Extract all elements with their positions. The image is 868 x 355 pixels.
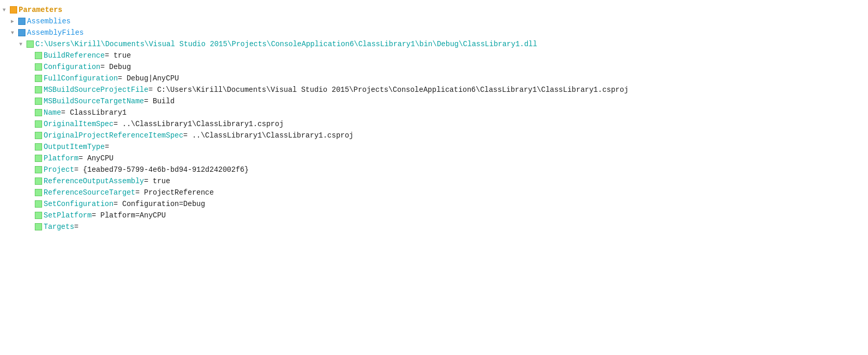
node-icon-light-green: [35, 143, 42, 151]
node-value: = C:\Users\Kirill\Documents\Visual Studi…: [149, 86, 629, 94]
node-label: SetConfiguration: [44, 200, 113, 208]
tree-row-name: Name = ClassLibrary1: [0, 107, 868, 118]
toggle-expanded-icon[interactable]: [0, 6, 8, 14]
node-icon-light-green: [35, 166, 42, 173]
node-value: = true: [144, 177, 170, 185]
node-icon-orange: [10, 6, 17, 13]
node-value: = ..\ClassLibrary1\ClassLibrary1.csproj: [113, 120, 284, 128]
tree-row-originalprojectreferenceitemspec: OriginalProjectReferenceItemSpec = ..\Cl…: [0, 130, 868, 141]
toggle-expanded-icon[interactable]: [8, 29, 17, 37]
node-label: MSBuildSourceProjectFile: [44, 86, 149, 94]
node-label: OriginalProjectReferenceItemSpec: [44, 131, 183, 140]
node-label: FullConfiguration: [44, 74, 118, 83]
node-icon-light-green: [35, 178, 42, 185]
node-label: Name: [44, 108, 61, 117]
node-value: = Platform=AnyCPU: [91, 211, 166, 220]
tree-row-referenceoutputassembly: ReferenceOutputAssembly = true: [0, 175, 868, 187]
node-icon-light-green: [35, 75, 42, 82]
node-icon-blue: [18, 29, 25, 36]
node-icon-light-green: [35, 200, 42, 208]
node-icon-light-green: [35, 223, 42, 230]
node-value: = Configuration=Debug: [113, 200, 205, 208]
node-value: = ..\ClassLibrary1\ClassLibrary1.csproj: [183, 131, 354, 140]
tree-row-msbuildsourcetargetname: MSBuildSourceTargetName = Build: [0, 95, 868, 107]
tree-row-buildreference: BuildReference = true: [0, 50, 868, 61]
node-label: Platform: [44, 154, 78, 162]
node-value: = Debug|AnyCPU: [118, 74, 179, 83]
node-label: AssemblyFiles: [27, 29, 84, 37]
tree-row-fullconfiguration: FullConfiguration = Debug|AnyCPU: [0, 73, 868, 84]
tree-row-msbuildsourceprojectfile: MSBuildSourceProjectFile = C:\Users\Kiri…: [0, 84, 868, 95]
node-value: = Build: [144, 97, 175, 105]
node-icon-light-green: [35, 132, 42, 139]
tree-row-setconfiguration: SetConfiguration = Configuration=Debug: [0, 198, 868, 210]
node-icon-blue: [18, 18, 25, 25]
tree-row-targets: Targets =: [0, 221, 868, 233]
node-value: = ClassLibrary1: [61, 108, 127, 117]
tree-row-project: Project = {1eabed79-5799-4e6b-bd94-912d2…: [0, 164, 868, 175]
tree-row-outputitemtype: OutputItemType =: [0, 141, 868, 153]
node-label: ReferenceOutputAssembly: [44, 177, 144, 185]
node-label: Project: [44, 166, 74, 174]
tree-container: ParametersAssembliesAssemblyFilesC:\User…: [0, 0, 868, 237]
node-icon-light-green: [35, 189, 42, 196]
tree-row-assemblyfiles[interactable]: AssemblyFiles: [0, 27, 868, 38]
node-value: = AnyCPU: [78, 154, 113, 162]
toggle-collapsed-icon[interactable]: [8, 17, 17, 25]
node-label: Targets: [44, 223, 74, 231]
node-label: ReferenceSourceTarget: [44, 188, 135, 197]
node-label: BuildReference: [44, 51, 105, 60]
node-icon-light-green: [35, 86, 42, 93]
node-label: Parameters: [19, 6, 62, 14]
node-value: =: [74, 223, 78, 231]
node-icon-light-green: [35, 98, 42, 105]
tree-row-referencesourcetarget: ReferenceSourceTarget = ProjectReference: [0, 187, 868, 198]
node-value: = {1eabed79-5799-4e6b-bd94-912d242002f6}: [74, 166, 249, 174]
node-icon-light-green: [35, 63, 42, 71]
tree-row-originalitemspec: OriginalItemSpec = ..\ClassLibrary1\Clas…: [0, 118, 868, 130]
toggle-expanded-icon[interactable]: [17, 40, 25, 48]
node-label: Assemblies: [27, 17, 71, 25]
node-value: =: [105, 143, 109, 151]
tree-row-assemblyfiles-path[interactable]: C:\Users\Kirill\Documents\Visual Studio …: [0, 38, 868, 50]
node-icon-light-green: [35, 212, 42, 219]
tree-row-setplatform: SetPlatform = Platform=AnyCPU: [0, 210, 868, 221]
node-label: MSBuildSourceTargetName: [44, 97, 144, 105]
node-label: SetPlatform: [44, 211, 91, 220]
node-value: = Debug: [100, 63, 131, 71]
node-icon-light-green: [35, 109, 42, 116]
node-value: = ProjectReference: [135, 188, 213, 197]
node-label: OutputItemType: [44, 143, 105, 151]
tree-row-configuration: Configuration = Debug: [0, 61, 868, 73]
node-icon-light-green: [35, 52, 42, 59]
node-value: = true: [105, 51, 131, 60]
node-icon-light-green: [35, 155, 42, 162]
node-icon-light-green: [35, 120, 42, 128]
tree-row-platform: Platform = AnyCPU: [0, 153, 868, 164]
tree-row-assemblies[interactable]: Assemblies: [0, 16, 868, 27]
tree-row-parameters[interactable]: Parameters: [0, 4, 868, 16]
node-icon-light-green: [26, 40, 34, 48]
node-label: Configuration: [44, 63, 100, 71]
node-label: C:\Users\Kirill\Documents\Visual Studio …: [35, 40, 537, 48]
node-label: OriginalItemSpec: [44, 120, 113, 128]
